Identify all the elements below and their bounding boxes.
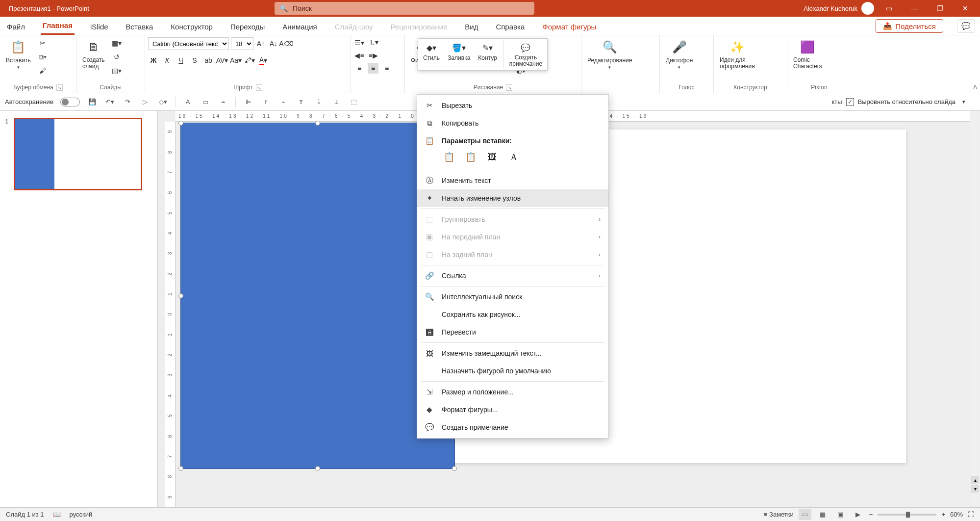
slide-thumbnail[interactable] — [14, 118, 142, 190]
increase-font-icon[interactable]: A↑ — [255, 38, 266, 49]
selected-shape[interactable] — [180, 123, 455, 469]
align-left-qat-icon[interactable]: ⫨ — [218, 97, 228, 107]
resize-handle[interactable] — [178, 121, 183, 126]
editing-button[interactable]: 🔍Редактирование▾ — [584, 37, 635, 71]
tab-islide[interactable]: iSlide — [88, 19, 110, 35]
cut-icon[interactable]: ✂ — [36, 37, 50, 49]
slide-counter[interactable]: Слайд 1 из 1 — [6, 511, 44, 518]
paste-text-only-icon[interactable]: Ａ — [506, 150, 521, 164]
undo-icon[interactable]: ↶▾ — [104, 97, 115, 107]
font-color-icon[interactable]: A▾ — [258, 55, 269, 66]
tab-transitions[interactable]: Переходы — [228, 19, 267, 35]
normal-view-icon[interactable]: ▭ — [799, 509, 811, 520]
minimize-button[interactable]: — — [904, 0, 925, 17]
cm-translate[interactable]: 🅰Перевести — [417, 323, 608, 341]
tab-shape-format[interactable]: Формат фигуры — [540, 19, 598, 35]
design-ideas-button[interactable]: ✨Идеи для оформления — [717, 37, 758, 71]
zoom-out-icon[interactable]: − — [869, 511, 873, 518]
tab-slideshow[interactable]: Слайд-шоу — [333, 19, 375, 35]
slideshow-view-icon[interactable]: ▶ — [852, 509, 864, 520]
shadow-icon[interactable]: ab — [203, 55, 214, 66]
search-box[interactable]: 🔍 Поиск — [275, 2, 534, 15]
bold-icon[interactable]: Ж — [148, 55, 159, 66]
distribute-h-icon[interactable]: ⬚ — [349, 97, 359, 107]
resize-handle[interactable] — [452, 466, 457, 471]
cm-size-position[interactable]: ⇲Размер и положение... — [417, 383, 608, 401]
clear-format-icon[interactable]: A⌫ — [281, 38, 292, 49]
zoom-thumb[interactable] — [906, 512, 910, 518]
copy-icon[interactable]: ⧉▾ — [36, 51, 50, 63]
next-slide-icon[interactable]: ▾ — [971, 485, 979, 493]
align-objects-icon[interactable]: ⊫ — [243, 97, 253, 107]
reading-view-icon[interactable]: ▣ — [834, 509, 847, 520]
cm-cut[interactable]: ✂Вырезать — [417, 97, 608, 114]
chevron-down-icon[interactable]: ▾ — [962, 99, 965, 105]
maximize-button[interactable]: ❐ — [929, 0, 951, 17]
align-center-icon[interactable]: ≡ — [368, 63, 378, 74]
zoom-in-icon[interactable]: + — [941, 511, 945, 518]
cm-copy[interactable]: ⧉Копировать — [417, 114, 608, 132]
resize-handle[interactable] — [178, 466, 183, 471]
collapse-ribbon-icon[interactable]: ᐱ — [973, 84, 977, 91]
mini-outline-button[interactable]: ✎▾Контур — [476, 41, 499, 68]
launcher-icon[interactable]: ↘ — [506, 84, 512, 91]
font-size-combo[interactable]: 18 — [231, 37, 253, 50]
notes-button[interactable]: ≡ Заметки — [764, 511, 794, 518]
decrease-font-icon[interactable]: A↓ — [268, 38, 279, 49]
fit-to-window-icon[interactable]: ⛶ — [968, 511, 974, 518]
dictate-button[interactable]: 🎤Диктофон▾ — [663, 37, 696, 71]
new-slide-button[interactable]: 🗎 Создать слайд — [79, 37, 108, 71]
cm-edit-points[interactable]: ✦Начать изменение узлов — [417, 189, 608, 207]
tab-home[interactable]: Главная — [41, 17, 75, 35]
layout-icon[interactable]: ▦▾ — [110, 37, 124, 49]
section-icon[interactable]: ▤▾ — [110, 65, 124, 77]
zoom-slider[interactable] — [878, 514, 936, 516]
char-spacing-icon[interactable]: AV▾ — [217, 55, 227, 66]
autosave-toggle[interactable] — [60, 98, 80, 106]
mini-new-comment-button[interactable]: 💬Создать примечание — [507, 41, 544, 68]
cm-save-as-picture[interactable]: Сохранить как рисунок... — [417, 306, 608, 323]
save-icon[interactable]: 💾 — [87, 97, 98, 107]
resize-handle[interactable] — [315, 121, 320, 126]
align-middle-icon[interactable]: ⫱ — [313, 97, 324, 107]
strikethrough-icon[interactable]: S — [189, 55, 200, 66]
slide-canvas[interactable] — [318, 130, 906, 463]
mini-style-button[interactable]: ◆▾Стиль — [421, 41, 442, 68]
cm-smart-lookup[interactable]: 🔍Интеллектуальный поиск — [417, 288, 608, 306]
tab-animations[interactable]: Анимация — [280, 19, 319, 35]
cm-format-shape[interactable]: ◆Формат фигуры... — [417, 401, 608, 418]
comic-characters-button[interactable]: 🟪Comic Characters — [790, 37, 825, 71]
paste-theme-icon[interactable]: 📋 — [442, 150, 456, 164]
tab-file[interactable]: Файл — [5, 19, 27, 35]
highlight-icon[interactable]: 🖍▾ — [244, 55, 255, 66]
avatar[interactable] — [861, 2, 874, 15]
cm-link[interactable]: 🔗Ссылка› — [417, 267, 608, 285]
cm-alt-text[interactable]: 🖼Изменить замещающий текст... — [417, 344, 608, 362]
paste-button[interactable]: 📋 Вставить ▾ — [3, 37, 34, 71]
resize-handle[interactable] — [315, 466, 320, 471]
bullets-icon[interactable]: ☰▾ — [354, 37, 365, 48]
align-relative-checkbox[interactable]: ✓ — [846, 98, 854, 106]
tab-view[interactable]: Вид — [463, 19, 480, 35]
shape-fill-qat-icon[interactable]: ▭ — [200, 97, 211, 107]
redo-icon[interactable]: ↷ — [122, 97, 133, 107]
launcher-icon[interactable]: ↘ — [256, 84, 262, 91]
align-top-icon[interactable]: ⫪ — [296, 97, 306, 107]
vertical-scrollbar[interactable]: ▴ ▾ — [971, 111, 980, 507]
shape-tool-icon[interactable]: ◇▾ — [157, 97, 168, 107]
comments-button[interactable]: 💬 — [957, 19, 975, 33]
slide-thumbnails-panel[interactable]: 1 — [0, 111, 158, 507]
align-bottom-icon[interactable]: ⫫ — [331, 97, 342, 107]
format-painter-icon[interactable]: 🖌 — [36, 65, 50, 77]
font-name-combo[interactable]: Calibri (Основной текст — [148, 37, 229, 50]
spellcheck-icon[interactable]: 📖 — [53, 511, 61, 518]
underline-icon[interactable]: Ч — [176, 55, 186, 66]
tab-review[interactable]: Рецензирование — [388, 19, 449, 35]
cm-set-default-shape[interactable]: Назначить фигурой по умолчанию — [417, 362, 608, 380]
italic-icon[interactable]: К — [162, 55, 173, 66]
tab-help[interactable]: Справка — [494, 19, 527, 35]
paste-picture-icon[interactable]: 🖼 — [485, 150, 500, 164]
share-button[interactable]: 📤Поделиться — [876, 19, 943, 33]
mini-fill-button[interactable]: 🪣▾Заливка — [446, 41, 472, 68]
align-center-h-icon[interactable]: ⫯ — [260, 97, 271, 107]
